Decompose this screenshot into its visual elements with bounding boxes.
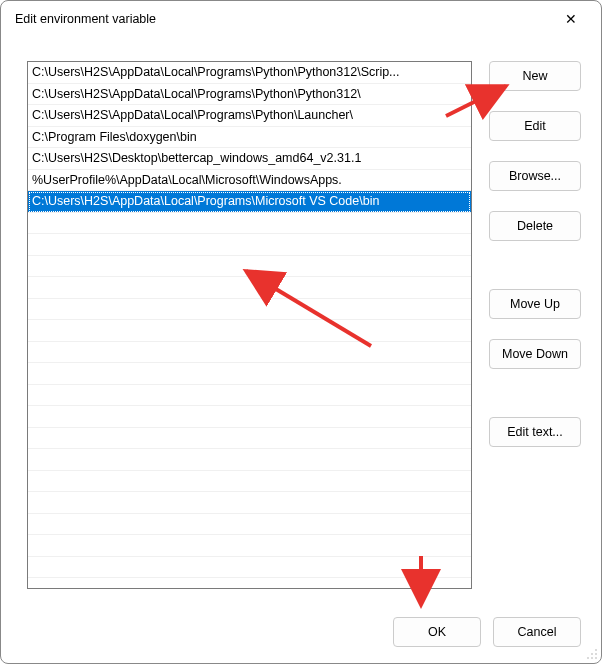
ok-button[interactable]: OK (393, 617, 481, 647)
path-list-row[interactable] (28, 256, 471, 278)
path-list-row[interactable]: C:\Users\H2S\AppData\Local\Programs\Micr… (28, 191, 471, 213)
path-list-row[interactable] (28, 363, 471, 385)
path-list-row[interactable]: C:\Program Files\doxygen\bin (28, 127, 471, 149)
svg-rect-8 (595, 657, 597, 659)
path-list-row[interactable] (28, 471, 471, 493)
edit-button[interactable]: Edit (489, 111, 581, 141)
cancel-button[interactable]: Cancel (493, 617, 581, 647)
path-list-row[interactable]: C:\Users\H2S\AppData\Local\Programs\Pyth… (28, 84, 471, 106)
side-button-column: New Edit Browse... Delete Move Up Move D… (489, 61, 581, 447)
path-list-row[interactable] (28, 492, 471, 514)
path-list-row[interactable] (28, 320, 471, 342)
path-list-row[interactable] (28, 449, 471, 471)
svg-rect-7 (591, 657, 593, 659)
svg-rect-4 (591, 653, 593, 655)
browse-button[interactable]: Browse... (489, 161, 581, 191)
bottom-button-row: OK Cancel (393, 617, 581, 647)
svg-rect-3 (595, 649, 597, 651)
path-list-row[interactable] (28, 299, 471, 321)
path-list-row[interactable]: C:\Users\H2S\Desktop\bettercap_windows_a… (28, 148, 471, 170)
path-list-row[interactable] (28, 213, 471, 235)
path-list-row[interactable] (28, 557, 471, 579)
close-icon: ✕ (565, 11, 577, 27)
dialog-content: C:\Users\H2S\AppData\Local\Programs\Pyth… (27, 61, 581, 647)
svg-rect-5 (595, 653, 597, 655)
path-list-row[interactable] (28, 342, 471, 364)
resize-grip-icon[interactable] (587, 649, 599, 661)
new-button[interactable]: New (489, 61, 581, 91)
window-title: Edit environment variable (15, 12, 156, 26)
close-button[interactable]: ✕ (551, 4, 591, 34)
move-down-button[interactable]: Move Down (489, 339, 581, 369)
delete-button[interactable]: Delete (489, 211, 581, 241)
path-list-row[interactable] (28, 406, 471, 428)
path-listbox[interactable]: C:\Users\H2S\AppData\Local\Programs\Pyth… (27, 61, 472, 589)
path-list-row[interactable] (28, 385, 471, 407)
path-list-row[interactable] (28, 514, 471, 536)
path-list-row[interactable] (28, 428, 471, 450)
path-list-row[interactable]: C:\Users\H2S\AppData\Local\Programs\Pyth… (28, 62, 471, 84)
edit-text-button[interactable]: Edit text... (489, 417, 581, 447)
path-list-row[interactable] (28, 535, 471, 557)
move-up-button[interactable]: Move Up (489, 289, 581, 319)
svg-rect-6 (587, 657, 589, 659)
path-list-row[interactable]: %UserProfile%\AppData\Local\Microsoft\Wi… (28, 170, 471, 192)
path-list-row[interactable] (28, 234, 471, 256)
path-list-row[interactable] (28, 277, 471, 299)
path-list-row[interactable]: C:\Users\H2S\AppData\Local\Programs\Pyth… (28, 105, 471, 127)
titlebar: Edit environment variable ✕ (1, 1, 601, 37)
